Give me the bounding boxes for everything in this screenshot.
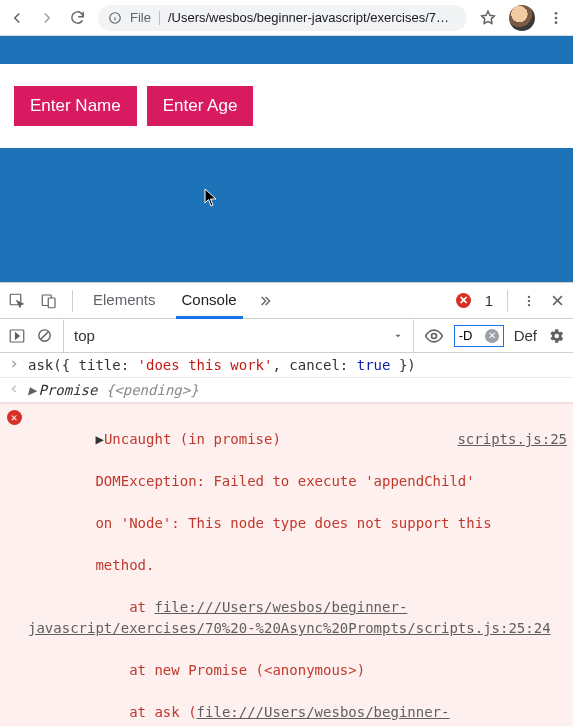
svg-point-1 [555, 12, 558, 15]
enter-age-button[interactable]: Enter Age [147, 86, 254, 126]
filter-input-box[interactable]: ✕ [454, 325, 504, 347]
output-caret-icon [6, 382, 22, 398]
console-result-row: ▶Promise {<pending>} [0, 378, 573, 403]
page-content: Enter Name Enter Age [0, 36, 573, 282]
error-gutter-icon: ✕ [6, 408, 22, 726]
toggle-sidebar-icon[interactable] [8, 327, 26, 345]
svg-point-9 [528, 303, 530, 305]
context-label: top [74, 327, 95, 344]
eye-icon[interactable] [424, 326, 444, 346]
gear-icon[interactable] [547, 327, 565, 345]
error-count: 1 [485, 292, 493, 309]
avatar[interactable] [509, 5, 535, 31]
svg-point-12 [431, 333, 436, 338]
button-row: Enter Name Enter Age [0, 64, 573, 148]
star-icon[interactable] [479, 9, 497, 27]
browser-toolbar: File /Users/wesbos/beginner-javascript/e… [0, 0, 573, 36]
console-output: ask({ title: 'does this work', cancel: t… [0, 353, 573, 726]
input-caret-icon [6, 357, 22, 373]
error-icon: ✕ [456, 293, 471, 308]
clear-console-icon[interactable] [36, 327, 53, 344]
divider [72, 290, 73, 312]
enter-name-button[interactable]: Enter Name [14, 86, 137, 126]
svg-point-3 [555, 21, 558, 24]
clear-filter-icon[interactable]: ✕ [485, 329, 499, 343]
cursor-icon [204, 188, 218, 208]
close-icon[interactable] [550, 293, 565, 308]
inspect-icon[interactable] [8, 292, 26, 310]
svg-point-7 [528, 295, 530, 297]
tab-console[interactable]: Console [176, 283, 243, 319]
info-icon [108, 11, 122, 25]
forward-icon[interactable] [38, 9, 56, 27]
console-input-row: ask({ title: 'does this work', cancel: t… [0, 353, 573, 378]
console-subbar: top ✕ Def [0, 319, 573, 353]
tab-elements[interactable]: Elements [87, 283, 162, 319]
log-level-label[interactable]: Def [514, 327, 537, 344]
top-banner [0, 36, 573, 64]
chevron-double-right-icon[interactable] [257, 293, 273, 309]
device-toggle-icon[interactable] [40, 292, 58, 310]
console-input-text: ask({ title: 'does this work', cancel: t… [28, 357, 567, 373]
devtools-tabbar: Elements Console ✕ 1 [0, 283, 573, 319]
url-path: /Users/wesbos/beginner-javascript/exerci… [168, 10, 449, 25]
blue-panel [0, 148, 573, 282]
kebab-icon[interactable] [522, 294, 536, 308]
back-icon[interactable] [8, 9, 26, 27]
console-error-row: ✕ scripts.js:25▶Uncaught (in promise) DO… [0, 403, 573, 726]
svg-rect-6 [48, 298, 55, 308]
context-selector[interactable]: top [63, 319, 414, 353]
chevron-down-icon [393, 331, 403, 341]
error-source-link[interactable]: scripts.js:25 [457, 429, 567, 450]
url-scheme: File [130, 10, 151, 25]
console-result-text[interactable]: ▶Promise {<pending>} [28, 382, 567, 398]
divider [507, 290, 508, 312]
filter-input[interactable] [459, 328, 483, 343]
console-error-text[interactable]: scripts.js:25▶Uncaught (in promise) DOME… [28, 408, 567, 726]
divider [159, 11, 160, 25]
reload-icon[interactable] [68, 9, 86, 27]
menu-icon[interactable] [547, 9, 565, 27]
devtools: Elements Console ✕ 1 top [0, 282, 573, 726]
svg-point-8 [528, 299, 530, 301]
svg-point-2 [555, 16, 558, 19]
address-bar[interactable]: File /Users/wesbos/beginner-javascript/e… [98, 5, 467, 31]
